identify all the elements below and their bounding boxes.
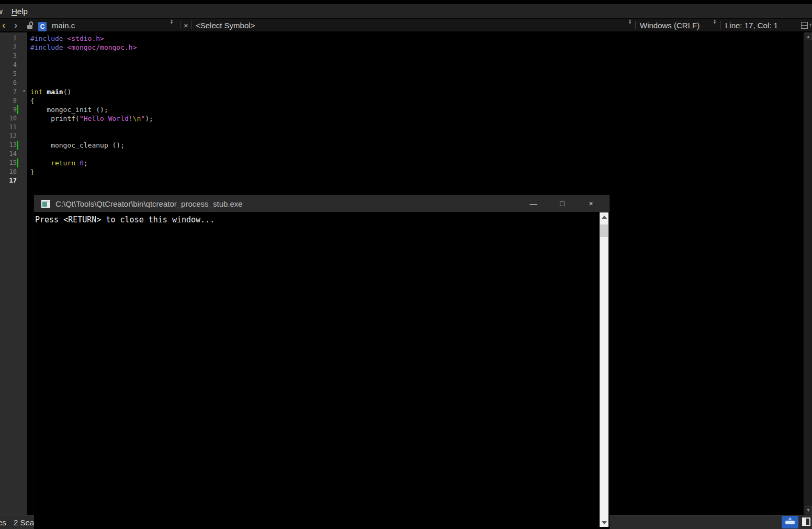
line-number-row: 17	[0, 176, 27, 185]
line-number-row: 1	[0, 34, 27, 43]
editor-scrollbar[interactable]: ▲ ▼	[804, 32, 812, 515]
cursor-position-indicator[interactable]: Line: 17, Col: 1	[725, 19, 778, 31]
code-line[interactable]: mongoc_init ();	[30, 105, 804, 114]
code-line[interactable]	[30, 176, 804, 185]
toolbar-separator	[635, 21, 636, 29]
code-line[interactable]	[30, 52, 804, 61]
unlock-icon[interactable]	[27, 19, 34, 31]
line-number-row: 16	[0, 167, 27, 176]
minimize-button[interactable]: —	[519, 195, 548, 212]
search-results-pane-button-partial[interactable]: 2 Sea	[14, 518, 34, 527]
split-editor-icon[interactable]: +	[801, 19, 812, 31]
forward-icon[interactable]: ›	[14, 19, 17, 31]
toolbar-separator	[180, 21, 181, 29]
gutter: 1234567▾891011121314151617	[0, 32, 27, 515]
menu-item-partial[interactable]: w	[0, 7, 3, 16]
code-line[interactable]	[30, 78, 804, 87]
console-titlebar[interactable]: C:\Qt\Tools\QtCreator\bin\qtcreator_proc…	[34, 195, 610, 212]
help-accelerator: H	[12, 7, 17, 16]
console-scrollbar-thumb[interactable]	[600, 224, 608, 237]
code-line[interactable]	[30, 150, 804, 159]
output-pane-button-partial[interactable]: es	[0, 518, 6, 527]
code-line[interactable]: return 0;	[30, 159, 804, 167]
line-number-row: 12	[0, 132, 27, 141]
line-number-row: 3	[0, 52, 27, 61]
scroll-up-icon[interactable]: ▲	[805, 32, 812, 40]
console-app-icon	[41, 200, 50, 208]
code-line[interactable]: }	[30, 167, 804, 176]
maximize-button[interactable]: □	[548, 195, 577, 212]
change-bar	[17, 141, 18, 150]
select-symbol-dropdown[interactable]: <Select Symbol>	[196, 19, 255, 31]
scroll-down-icon[interactable]: ▼	[805, 506, 812, 514]
line-number-row: 15	[0, 159, 27, 167]
code-line[interactable]	[30, 132, 804, 141]
line-number-row: 14	[0, 150, 27, 159]
console-window: C:\Qt\Tools\QtCreator\bin\qtcreator_proc…	[34, 195, 610, 529]
editor-toolbar: ‹ › C main.c ▴▾ × <Select Symbol> ▴▾ Win…	[0, 19, 812, 32]
line-number-row: 8	[0, 96, 27, 105]
change-bar	[17, 105, 18, 114]
line-number-row: 5	[0, 70, 27, 78]
code-line[interactable]	[30, 61, 804, 70]
line-number-row: 6	[0, 78, 27, 87]
code-line[interactable]	[30, 70, 804, 78]
line-number-row: 9	[0, 105, 27, 114]
line-number-row: 2	[0, 43, 27, 52]
encoding-selector[interactable]: Windows (CRLF)	[640, 19, 700, 31]
console-scroll-down-icon[interactable]	[600, 518, 608, 527]
line-number-row: 4	[0, 61, 27, 70]
code-line[interactable]: mongoc_cleanup ();	[30, 141, 804, 150]
console-scrollbar[interactable]	[600, 212, 608, 527]
console-body: Press <RETURN> to close this window...	[34, 212, 610, 529]
line-number-row: 13	[0, 141, 27, 150]
code-lines[interactable]: #include <stdio.h>#include <mongoc/mongo…	[30, 34, 804, 185]
code-line[interactable]: #include <stdio.h>	[30, 34, 804, 43]
back-icon[interactable]: ‹	[2, 19, 5, 31]
console-scroll-up-icon[interactable]	[600, 212, 608, 221]
encoding-dropdown-icon[interactable]: ▴▾	[714, 19, 716, 31]
code-line[interactable]: #include <mongoc/mongoc.h>	[30, 43, 804, 52]
code-line[interactable]: {	[30, 96, 804, 105]
menu-bar: w Help	[0, 4, 812, 18]
fold-marker-icon[interactable]: ▾	[22, 88, 26, 94]
toolbar-separator	[191, 21, 192, 29]
build-progress-button[interactable]	[782, 516, 798, 528]
toggle-right-sidebar-icon[interactable]	[802, 517, 810, 526]
code-line[interactable]	[30, 123, 804, 132]
console-output-text: Press <RETURN> to close this window...	[35, 215, 215, 224]
symbol-dropdown-icon[interactable]: ▴▾	[629, 19, 631, 31]
c-file-icon: C	[38, 20, 47, 33]
toolbar-separator	[720, 21, 721, 29]
help-label-rest: elp	[17, 7, 28, 16]
console-title: C:\Qt\Tools\QtCreator\bin\qtcreator_proc…	[55, 199, 519, 208]
line-number-row: 7▾	[0, 87, 27, 96]
code-line[interactable]: int main()	[30, 87, 804, 96]
menu-item-help[interactable]: Help	[12, 7, 28, 16]
document-dropdown-icon[interactable]: ▴▾	[171, 19, 173, 31]
open-document-tab[interactable]: main.c	[52, 19, 75, 31]
close-document-icon[interactable]: ×	[184, 19, 188, 31]
line-number-row: 10	[0, 114, 27, 123]
change-bar	[17, 159, 18, 167]
close-button[interactable]: ×	[577, 195, 605, 212]
line-number-row: 11	[0, 123, 27, 132]
code-line[interactable]: printf("Hello World!\n");	[30, 114, 804, 123]
